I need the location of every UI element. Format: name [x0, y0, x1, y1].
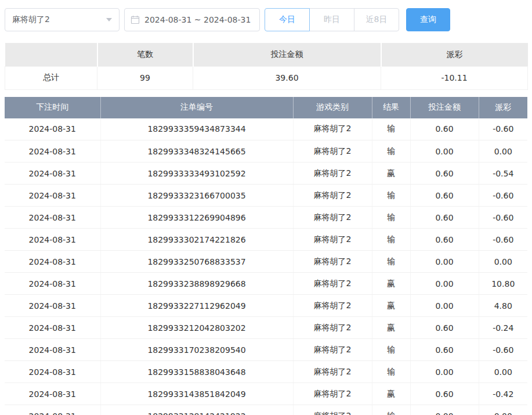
bet-cell-date: 2024-08-31 — [5, 251, 100, 273]
bet-cell-amount: 0.00 — [410, 273, 479, 295]
bet-cell-bet_id: 1829933333493102592 — [100, 163, 293, 185]
bet-cell-bet_id: 1829933238898929668 — [100, 273, 293, 295]
bet-cell-payout: 0.00 — [479, 405, 527, 415]
bet-cell-bet_id: 1829933302174221826 — [100, 229, 293, 251]
bet-cell-payout: -0.42 — [479, 383, 527, 405]
calendar-icon — [131, 15, 140, 24]
summary-header-payout: 派彩 — [381, 43, 528, 66]
bet-cell-date: 2024-08-31 — [5, 317, 100, 339]
bet-cell-result: 输 — [372, 361, 410, 383]
bet-row: 2024-08-311829933158838043648麻将胡了2输0.000… — [5, 361, 527, 383]
bet-cell-payout: -0.24 — [479, 317, 527, 339]
bets-column-header: 派彩 — [479, 97, 527, 118]
bets-column-header: 投注金额 — [410, 97, 479, 118]
bet-records-table: 下注时间注单编号游戏类别结果投注金额派彩 2024-08-31182993335… — [5, 97, 527, 415]
bet-cell-result: 输 — [372, 207, 410, 229]
bet-cell-result: 输 — [372, 118, 410, 140]
summary-table: 笔数 投注金额 派彩 总计 99 39.60 -10.11 — [5, 43, 528, 90]
bet-cell-game: 麻将胡了2 — [293, 163, 372, 185]
filter-toolbar: 麻将胡了2 2024-08-31 ~ 2024-08-31 今日 昨日 近8日 … — [5, 8, 527, 31]
bet-cell-amount: 0.60 — [410, 118, 479, 140]
date-range-value: 2024-08-31 ~ 2024-08-31 — [144, 15, 251, 24]
bet-cell-result: 输 — [372, 405, 410, 415]
yesterday-button[interactable]: 昨日 — [309, 8, 354, 31]
bet-cell-payout: -0.60 — [479, 229, 527, 251]
bet-cell-bet_id: 1829933128142421922 — [100, 405, 293, 415]
bet-cell-date: 2024-08-31 — [5, 163, 100, 185]
bet-cell-amount: 0.00 — [410, 251, 479, 273]
bet-records-page: 麻将胡了2 2024-08-31 ~ 2024-08-31 今日 昨日 近8日 … — [0, 0, 532, 415]
bet-cell-date: 2024-08-31 — [5, 361, 100, 383]
bets-table-body: 2024-08-311829933359434873344麻将胡了2输0.60-… — [5, 118, 527, 415]
bet-cell-bet_id: 1829933158838043648 — [100, 361, 293, 383]
bet-row: 2024-08-311829933348324145665麻将胡了2输0.000… — [5, 140, 527, 163]
bet-cell-bet_id: 1829933250768833537 — [100, 251, 293, 273]
bet-cell-amount: 0.60 — [410, 229, 479, 251]
bet-cell-result: 输 — [372, 251, 410, 273]
bet-row: 2024-08-311829933359434873344麻将胡了2输0.60-… — [5, 118, 527, 140]
bet-row: 2024-08-311829933227112962049麻将胡了2赢0.004… — [5, 295, 527, 317]
bet-row: 2024-08-311829933212042803202麻将胡了2赢0.60-… — [5, 317, 527, 339]
bet-cell-amount: 0.60 — [410, 317, 479, 339]
bet-cell-date: 2024-08-31 — [5, 140, 100, 163]
bet-row: 2024-08-311829933250768833537麻将胡了2输0.000… — [5, 251, 527, 273]
bet-cell-date: 2024-08-31 — [5, 118, 100, 140]
summary-bet-amount-value: 39.60 — [193, 66, 381, 89]
bet-cell-payout: -0.60 — [479, 185, 527, 207]
game-select[interactable]: 麻将胡了2 — [5, 8, 120, 31]
summary-header-bet-amount: 投注金额 — [193, 43, 381, 66]
bet-cell-game: 麻将胡了2 — [293, 207, 372, 229]
query-button[interactable]: 查询 — [406, 8, 450, 31]
bet-cell-date: 2024-08-31 — [5, 207, 100, 229]
bet-cell-amount: 0.00 — [410, 405, 479, 415]
bet-cell-payout: 0.00 — [479, 361, 527, 383]
bets-column-header: 结果 — [372, 97, 410, 118]
bet-cell-game: 麻将胡了2 — [293, 405, 372, 415]
bet-cell-result: 赢 — [372, 163, 410, 185]
bet-cell-date: 2024-08-31 — [5, 295, 100, 317]
date-range-input[interactable]: 2024-08-31 ~ 2024-08-31 — [124, 8, 260, 31]
game-select-value: 麻将胡了2 — [12, 15, 50, 25]
today-button[interactable]: 今日 — [265, 8, 310, 31]
bet-cell-amount: 0.00 — [410, 295, 479, 317]
bet-cell-game: 麻将胡了2 — [293, 229, 372, 251]
bet-cell-result: 赢 — [372, 295, 410, 317]
bet-row: 2024-08-311829933312269904896麻将胡了2输0.60-… — [5, 207, 527, 229]
bet-cell-payout: -0.60 — [479, 207, 527, 229]
last-8-days-button[interactable]: 近8日 — [354, 8, 399, 31]
summary-header-row: 笔数 投注金额 派彩 — [5, 43, 528, 66]
summary-header-count: 笔数 — [97, 43, 193, 66]
bet-cell-payout: 4.80 — [479, 295, 527, 317]
bet-cell-bet_id: 1829933323166700035 — [100, 185, 293, 207]
bet-cell-payout: -0.60 — [479, 339, 527, 361]
bet-row: 2024-08-311829933238898929668麻将胡了2赢0.001… — [5, 273, 527, 295]
bet-cell-payout: 0.00 — [479, 140, 527, 163]
bet-cell-result: 赢 — [372, 273, 410, 295]
bet-cell-result: 输 — [372, 140, 410, 163]
bet-cell-game: 麻将胡了2 — [293, 251, 372, 273]
bet-cell-game: 麻将胡了2 — [293, 185, 372, 207]
bet-cell-payout: -0.54 — [479, 163, 527, 185]
bet-row: 2024-08-311829933333493102592麻将胡了2赢0.60-… — [5, 163, 527, 185]
bets-column-header: 下注时间 — [5, 97, 100, 118]
bet-cell-result: 输 — [372, 229, 410, 251]
bet-cell-result: 输 — [372, 185, 410, 207]
bet-cell-bet_id: 1829933359434873344 — [100, 118, 293, 140]
bet-cell-result: 输 — [372, 339, 410, 361]
summary-count-value: 99 — [97, 66, 193, 89]
summary-header-blank — [5, 43, 97, 66]
bet-cell-bet_id: 1829933143851842049 — [100, 383, 293, 405]
summary-total-row: 总计 99 39.60 -10.11 — [5, 66, 528, 89]
bet-cell-bet_id: 1829933312269904896 — [100, 207, 293, 229]
bet-cell-date: 2024-08-31 — [5, 339, 100, 361]
bets-column-header: 注单编号 — [100, 97, 293, 118]
bet-cell-amount: 0.60 — [410, 383, 479, 405]
bet-cell-amount: 0.00 — [410, 140, 479, 163]
bet-row: 2024-08-311829933302174221826麻将胡了2输0.60-… — [5, 229, 527, 251]
bet-cell-date: 2024-08-31 — [5, 185, 100, 207]
bet-row: 2024-08-311829933323166700035麻将胡了2输0.60-… — [5, 185, 527, 207]
bet-cell-result: 赢 — [372, 383, 410, 405]
bet-cell-amount: 0.60 — [410, 163, 479, 185]
summary-total-label: 总计 — [5, 66, 97, 89]
bet-cell-bet_id: 1829933227112962049 — [100, 295, 293, 317]
